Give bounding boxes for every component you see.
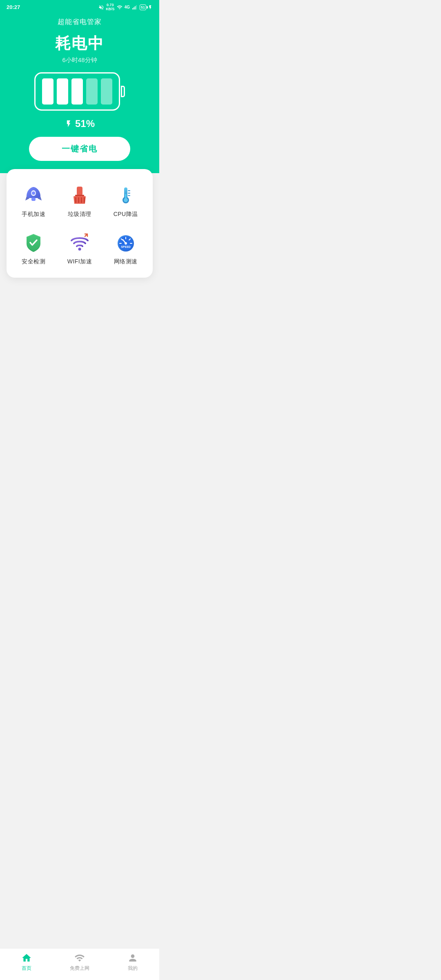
svg-rect-9	[75, 197, 76, 203]
time-display: 20:27	[7, 4, 20, 10]
app-title: 超能省电管家	[8, 17, 151, 27]
feature-phone-boost[interactable]: 手机加速	[11, 179, 57, 226]
charging-status: 耗电中	[8, 33, 151, 54]
wifi-boost-icon	[68, 231, 91, 254]
battery-bar-2	[57, 78, 68, 105]
feature-wifi-boost[interactable]: WIFI加速	[57, 226, 103, 274]
speedometer-icon: SPEED	[114, 231, 137, 254]
lightning-icon	[65, 119, 73, 129]
battery-bar-3	[71, 78, 83, 105]
svg-point-6	[32, 192, 35, 195]
svg-point-16	[124, 198, 128, 202]
battery-visual	[34, 72, 125, 111]
feature-cpu-cool[interactable]: CPU降温	[102, 179, 149, 226]
svg-point-20	[78, 247, 81, 250]
battery-body	[34, 72, 120, 111]
hero-section: 超能省电管家 耗电中 6小时48分钟 51% 一键省电	[0, 13, 159, 173]
feature-network-speed[interactable]: SPEED 网络测速	[102, 226, 149, 274]
battery-bar-1	[42, 78, 53, 105]
content-area	[0, 284, 159, 464]
signal-bars-icon	[131, 4, 138, 10]
phone-boost-label: 手机加速	[22, 211, 45, 218]
security-label: 安全检测	[22, 258, 45, 265]
wifi-boost-label: WIFI加速	[67, 258, 92, 265]
feature-junk-clean[interactable]: 垃圾清理	[57, 179, 103, 226]
shield-icon	[22, 231, 45, 254]
svg-text:SPEED: SPEED	[121, 245, 131, 248]
svg-point-29	[125, 242, 127, 245]
svg-rect-5	[31, 198, 36, 201]
status-icons: 0.73KB/S 4G 51	[98, 3, 153, 11]
features-card: 手机加速 垃圾清理	[7, 169, 153, 278]
svg-rect-11	[81, 197, 82, 203]
battery-bar-5	[101, 78, 112, 105]
svg-rect-2	[135, 6, 136, 9]
battery-percent-display: 51%	[8, 118, 151, 129]
mute-icon	[98, 4, 104, 10]
network-speed-display: 0.73KB/S	[106, 3, 115, 11]
svg-rect-1	[134, 7, 134, 9]
status-bar: 20:27 0.73KB/S 4G 51	[0, 0, 159, 13]
svg-rect-10	[78, 197, 79, 203]
svg-rect-0	[132, 8, 133, 10]
svg-rect-8	[75, 195, 84, 196]
thermometer-icon	[114, 184, 137, 207]
wifi-status-icon	[116, 4, 123, 10]
rocket-icon	[22, 184, 45, 207]
charging-icon-status	[148, 4, 153, 10]
features-grid: 手机加速 垃圾清理	[11, 179, 149, 274]
cpu-cool-label: CPU降温	[114, 211, 138, 218]
battery-tip	[121, 86, 125, 97]
junk-clean-label: 垃圾清理	[68, 211, 91, 218]
network-speed-label: 网络测速	[114, 258, 138, 265]
signal-indicator: 4G	[125, 5, 130, 9]
svg-rect-7	[77, 187, 82, 196]
battery-status-bar: 51	[140, 4, 146, 10]
svg-rect-12	[84, 197, 85, 203]
feature-security[interactable]: 安全检测	[11, 226, 57, 274]
duration-display: 6小时48分钟	[8, 56, 151, 64]
svg-rect-3	[136, 5, 137, 10]
one-key-save-button[interactable]: 一键省电	[29, 137, 130, 161]
broom-icon	[68, 184, 91, 207]
battery-bar-4	[86, 78, 98, 105]
